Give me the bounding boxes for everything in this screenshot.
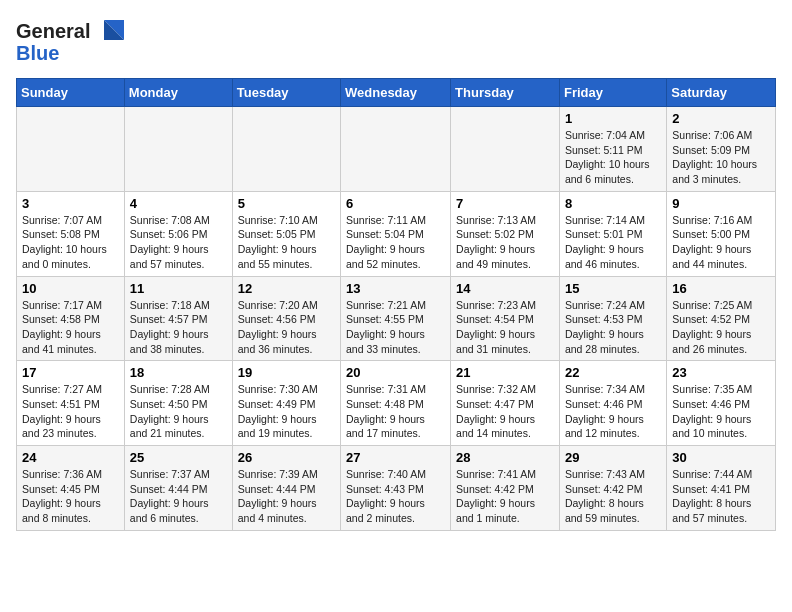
day-info: Sunrise: 7:14 AM Sunset: 5:01 PM Dayligh… — [565, 213, 661, 272]
day-number: 18 — [130, 365, 227, 380]
day-number: 27 — [346, 450, 445, 465]
day-info: Sunrise: 7:30 AM Sunset: 4:49 PM Dayligh… — [238, 382, 335, 441]
day-info: Sunrise: 7:23 AM Sunset: 4:54 PM Dayligh… — [456, 298, 554, 357]
day-number: 7 — [456, 196, 554, 211]
col-header-friday: Friday — [559, 79, 666, 107]
day-number: 9 — [672, 196, 770, 211]
day-number: 6 — [346, 196, 445, 211]
calendar-cell — [341, 107, 451, 192]
day-info: Sunrise: 7:20 AM Sunset: 4:56 PM Dayligh… — [238, 298, 335, 357]
calendar-cell — [17, 107, 125, 192]
day-number: 3 — [22, 196, 119, 211]
day-number: 11 — [130, 281, 227, 296]
day-info: Sunrise: 7:43 AM Sunset: 4:42 PM Dayligh… — [565, 467, 661, 526]
page-header: GeneralBlue — [16, 16, 776, 68]
calendar-cell: 18Sunrise: 7:28 AM Sunset: 4:50 PM Dayli… — [124, 361, 232, 446]
calendar-cell: 21Sunrise: 7:32 AM Sunset: 4:47 PM Dayli… — [451, 361, 560, 446]
calendar-cell: 17Sunrise: 7:27 AM Sunset: 4:51 PM Dayli… — [17, 361, 125, 446]
day-info: Sunrise: 7:39 AM Sunset: 4:44 PM Dayligh… — [238, 467, 335, 526]
calendar-cell: 15Sunrise: 7:24 AM Sunset: 4:53 PM Dayli… — [559, 276, 666, 361]
day-number: 4 — [130, 196, 227, 211]
col-header-saturday: Saturday — [667, 79, 776, 107]
day-info: Sunrise: 7:06 AM Sunset: 5:09 PM Dayligh… — [672, 128, 770, 187]
day-info: Sunrise: 7:24 AM Sunset: 4:53 PM Dayligh… — [565, 298, 661, 357]
day-info: Sunrise: 7:32 AM Sunset: 4:47 PM Dayligh… — [456, 382, 554, 441]
day-info: Sunrise: 7:25 AM Sunset: 4:52 PM Dayligh… — [672, 298, 770, 357]
day-number: 2 — [672, 111, 770, 126]
day-number: 21 — [456, 365, 554, 380]
day-number: 30 — [672, 450, 770, 465]
day-info: Sunrise: 7:11 AM Sunset: 5:04 PM Dayligh… — [346, 213, 445, 272]
calendar-cell: 25Sunrise: 7:37 AM Sunset: 4:44 PM Dayli… — [124, 446, 232, 531]
day-info: Sunrise: 7:31 AM Sunset: 4:48 PM Dayligh… — [346, 382, 445, 441]
day-info: Sunrise: 7:10 AM Sunset: 5:05 PM Dayligh… — [238, 213, 335, 272]
day-number: 26 — [238, 450, 335, 465]
day-number: 25 — [130, 450, 227, 465]
day-info: Sunrise: 7:16 AM Sunset: 5:00 PM Dayligh… — [672, 213, 770, 272]
logo: GeneralBlue — [16, 16, 126, 68]
day-info: Sunrise: 7:17 AM Sunset: 4:58 PM Dayligh… — [22, 298, 119, 357]
calendar-cell: 24Sunrise: 7:36 AM Sunset: 4:45 PM Dayli… — [17, 446, 125, 531]
day-info: Sunrise: 7:04 AM Sunset: 5:11 PM Dayligh… — [565, 128, 661, 187]
calendar-cell: 23Sunrise: 7:35 AM Sunset: 4:46 PM Dayli… — [667, 361, 776, 446]
day-number: 29 — [565, 450, 661, 465]
day-info: Sunrise: 7:34 AM Sunset: 4:46 PM Dayligh… — [565, 382, 661, 441]
calendar-cell: 29Sunrise: 7:43 AM Sunset: 4:42 PM Dayli… — [559, 446, 666, 531]
day-number: 20 — [346, 365, 445, 380]
calendar-cell: 19Sunrise: 7:30 AM Sunset: 4:49 PM Dayli… — [232, 361, 340, 446]
col-header-wednesday: Wednesday — [341, 79, 451, 107]
logo-svg: GeneralBlue — [16, 16, 126, 68]
day-number: 23 — [672, 365, 770, 380]
calendar-cell: 7Sunrise: 7:13 AM Sunset: 5:02 PM Daylig… — [451, 191, 560, 276]
calendar-cell: 16Sunrise: 7:25 AM Sunset: 4:52 PM Dayli… — [667, 276, 776, 361]
calendar-cell: 6Sunrise: 7:11 AM Sunset: 5:04 PM Daylig… — [341, 191, 451, 276]
day-number: 22 — [565, 365, 661, 380]
calendar-cell: 26Sunrise: 7:39 AM Sunset: 4:44 PM Dayli… — [232, 446, 340, 531]
day-info: Sunrise: 7:40 AM Sunset: 4:43 PM Dayligh… — [346, 467, 445, 526]
day-number: 28 — [456, 450, 554, 465]
day-info: Sunrise: 7:07 AM Sunset: 5:08 PM Dayligh… — [22, 213, 119, 272]
calendar-cell: 28Sunrise: 7:41 AM Sunset: 4:42 PM Dayli… — [451, 446, 560, 531]
day-info: Sunrise: 7:21 AM Sunset: 4:55 PM Dayligh… — [346, 298, 445, 357]
col-header-sunday: Sunday — [17, 79, 125, 107]
calendar-cell: 5Sunrise: 7:10 AM Sunset: 5:05 PM Daylig… — [232, 191, 340, 276]
day-info: Sunrise: 7:18 AM Sunset: 4:57 PM Dayligh… — [130, 298, 227, 357]
day-number: 24 — [22, 450, 119, 465]
col-header-monday: Monday — [124, 79, 232, 107]
day-info: Sunrise: 7:08 AM Sunset: 5:06 PM Dayligh… — [130, 213, 227, 272]
day-info: Sunrise: 7:27 AM Sunset: 4:51 PM Dayligh… — [22, 382, 119, 441]
calendar-cell: 4Sunrise: 7:08 AM Sunset: 5:06 PM Daylig… — [124, 191, 232, 276]
calendar-cell: 2Sunrise: 7:06 AM Sunset: 5:09 PM Daylig… — [667, 107, 776, 192]
day-number: 17 — [22, 365, 119, 380]
day-number: 15 — [565, 281, 661, 296]
calendar-cell: 13Sunrise: 7:21 AM Sunset: 4:55 PM Dayli… — [341, 276, 451, 361]
day-number: 10 — [22, 281, 119, 296]
calendar-cell: 20Sunrise: 7:31 AM Sunset: 4:48 PM Dayli… — [341, 361, 451, 446]
day-info: Sunrise: 7:36 AM Sunset: 4:45 PM Dayligh… — [22, 467, 119, 526]
day-info: Sunrise: 7:28 AM Sunset: 4:50 PM Dayligh… — [130, 382, 227, 441]
day-info: Sunrise: 7:35 AM Sunset: 4:46 PM Dayligh… — [672, 382, 770, 441]
svg-text:Blue: Blue — [16, 42, 59, 64]
day-number: 5 — [238, 196, 335, 211]
calendar-cell: 22Sunrise: 7:34 AM Sunset: 4:46 PM Dayli… — [559, 361, 666, 446]
day-number: 19 — [238, 365, 335, 380]
calendar-cell: 30Sunrise: 7:44 AM Sunset: 4:41 PM Dayli… — [667, 446, 776, 531]
calendar-cell: 14Sunrise: 7:23 AM Sunset: 4:54 PM Dayli… — [451, 276, 560, 361]
day-info: Sunrise: 7:37 AM Sunset: 4:44 PM Dayligh… — [130, 467, 227, 526]
calendar-cell: 8Sunrise: 7:14 AM Sunset: 5:01 PM Daylig… — [559, 191, 666, 276]
calendar-cell — [451, 107, 560, 192]
day-info: Sunrise: 7:41 AM Sunset: 4:42 PM Dayligh… — [456, 467, 554, 526]
col-header-thursday: Thursday — [451, 79, 560, 107]
day-info: Sunrise: 7:44 AM Sunset: 4:41 PM Dayligh… — [672, 467, 770, 526]
day-number: 8 — [565, 196, 661, 211]
day-number: 14 — [456, 281, 554, 296]
calendar-cell — [124, 107, 232, 192]
calendar-cell: 9Sunrise: 7:16 AM Sunset: 5:00 PM Daylig… — [667, 191, 776, 276]
day-info: Sunrise: 7:13 AM Sunset: 5:02 PM Dayligh… — [456, 213, 554, 272]
col-header-tuesday: Tuesday — [232, 79, 340, 107]
calendar-cell: 3Sunrise: 7:07 AM Sunset: 5:08 PM Daylig… — [17, 191, 125, 276]
calendar-cell: 11Sunrise: 7:18 AM Sunset: 4:57 PM Dayli… — [124, 276, 232, 361]
calendar-cell: 1Sunrise: 7:04 AM Sunset: 5:11 PM Daylig… — [559, 107, 666, 192]
day-number: 16 — [672, 281, 770, 296]
calendar-cell — [232, 107, 340, 192]
